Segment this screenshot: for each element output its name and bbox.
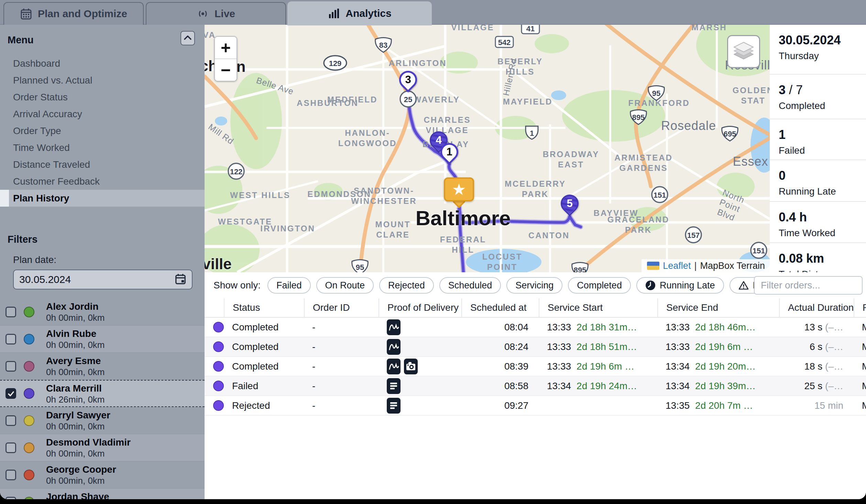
driver-color-dot	[24, 497, 34, 500]
tab-analytics[interactable]: Analytics	[287, 1, 432, 25]
tab-live[interactable]: Live	[146, 2, 286, 25]
filter-chip-failed[interactable]: Failed	[267, 277, 311, 294]
clock-icon	[645, 280, 656, 291]
sidebar-item-arrival-accuracy[interactable]: Arrival Accuracy	[0, 106, 205, 122]
sidebar-item-order-status[interactable]: Order Status	[0, 89, 205, 106]
driver-row[interactable]: Darryl Sawyer0h 00min, 0km	[0, 407, 205, 434]
checkbox-unchecked[interactable]	[6, 415, 16, 426]
order-row[interactable]: Rejected-09:2713:352d 20h 7m …15 minM	[205, 396, 866, 416]
map-layers-button[interactable]	[727, 35, 760, 68]
status-dot	[213, 381, 224, 391]
stop-marker-3[interactable]: 3	[398, 70, 418, 93]
stat-card: 0.4 hTime Worked	[770, 202, 866, 243]
scheduled-at-cell: 08:58	[461, 381, 539, 392]
actual-duration-cell: 15 min	[779, 400, 854, 411]
stop-marker-5[interactable]: 5	[560, 194, 580, 217]
checkbox-unchecked[interactable]	[6, 307, 16, 317]
order-row[interactable]: Completed-08:2413:332d 18h 51m…13:332d 1…	[205, 337, 866, 357]
service-end-cell: 13:342d 19h 39m…	[657, 381, 779, 392]
route-shield-83: 83	[374, 36, 393, 55]
sidebar-item-order-type[interactable]: Order Type	[0, 122, 205, 139]
filter-chip-scheduled[interactable]: Scheduled	[439, 277, 501, 294]
driver-info: Jordan Shaye0h 00min, 0km	[46, 491, 109, 499]
map[interactable]: + − Leaflet | MapBox Terrain VILLAGEMARS…	[205, 25, 770, 272]
filter-chip-on-route[interactable]: On Route	[316, 277, 374, 294]
driver-row[interactable]: Avery Esme0h 00min, 0km	[0, 353, 205, 380]
checkbox-unchecked[interactable]	[6, 361, 16, 372]
selected-item-marker	[0, 190, 9, 207]
calendar-icon	[175, 273, 186, 286]
stat-value-suffix: / 7	[786, 83, 803, 97]
sidebar-item-time-worked[interactable]: Time Worked	[0, 139, 205, 156]
filter-chip-running-late[interactable]: Running Late	[636, 277, 724, 294]
status-dot	[213, 322, 224, 332]
driver-row[interactable]: Alex Jordin0h 00min, 0km	[0, 298, 205, 326]
route-shield-151: 151	[651, 186, 669, 205]
scheduled-at-cell: 08:04	[461, 322, 539, 333]
relative-time: 2d 20h 7m …	[695, 400, 753, 411]
depot-marker[interactable]: ★	[444, 177, 474, 209]
chip-label: Servicing	[515, 280, 553, 291]
filters-title: Filters	[8, 234, 37, 245]
relative-time: 2d 19h 6m …	[577, 361, 634, 372]
stat-value: 0.08 km	[779, 251, 866, 266]
chip-label: Rejected	[388, 280, 425, 291]
leaflet-link[interactable]: Leaflet	[663, 261, 691, 271]
route-shield-25: 25	[399, 90, 417, 109]
scheduled-at-cell: 08:39	[461, 361, 539, 372]
tab-label: Live	[215, 8, 235, 20]
signature-icon	[387, 319, 401, 335]
filter-orders-input[interactable]	[754, 276, 863, 295]
order-row[interactable]: Completed-08:3913:332d 19h 6m …13:342d 1…	[205, 357, 866, 376]
checkbox-checked[interactable]	[6, 388, 16, 399]
checkbox-unchecked[interactable]	[6, 442, 16, 453]
tab-plan-and-optimize[interactable]: Plan and Optimize	[3, 2, 144, 25]
duration-extra: (–…	[822, 361, 843, 372]
attribution-provider: MapBox Terrain	[700, 261, 765, 271]
stop-number: 3	[398, 70, 418, 89]
column-header: Service End	[657, 298, 779, 317]
driver-row[interactable]: Jordan Shaye0h 00min, 0km	[0, 489, 205, 499]
filter-chip-servicing[interactable]: Servicing	[506, 277, 562, 294]
stat-label: Thursday	[779, 51, 866, 62]
stop-number: 1	[439, 142, 459, 162]
menu-items: DashboardPlanned vs. ActualOrder StatusA…	[0, 55, 205, 207]
checkbox-unchecked[interactable]	[6, 497, 16, 500]
note-icon	[387, 378, 401, 394]
stat-card: 0.08 kmTotal Distance	[770, 243, 866, 275]
driver-row[interactable]: George Cooper0h 00min, 0km	[0, 461, 205, 489]
driver-row[interactable]: Clara Merrill0h 26min, 0km	[0, 380, 205, 407]
order-row[interactable]: Failed-08:5813:342d 19h 24m…13:342d 19h …	[205, 376, 866, 396]
driver-row[interactable]: Desmond Vladimir0h 00min, 0km	[0, 434, 205, 461]
plan-date-input[interactable]: 30.05.2024	[13, 270, 193, 289]
checkbox-unchecked[interactable]	[6, 470, 16, 480]
route-shield-895: 895	[629, 108, 648, 127]
filter-chip-rejected[interactable]: Rejected	[379, 277, 434, 294]
tab-bar: Plan and Optimize Live Analytics	[0, 0, 866, 25]
driver-stats: 0h 00min, 0km	[46, 448, 131, 459]
driver-name: Jordan Shaye	[46, 491, 109, 499]
zoom-in-button[interactable]: +	[215, 37, 237, 58]
driver-row[interactable]: Alvin Rube0h 00min, 0km	[0, 326, 205, 353]
stop-marker-1[interactable]: 1	[439, 142, 459, 165]
order-row[interactable]: Completed-08:0413:332d 18h 31m…13:332d 1…	[205, 318, 866, 337]
sidebar-item-distance-traveled[interactable]: Distance Traveled	[0, 156, 205, 173]
zoom-out-button[interactable]: −	[215, 59, 237, 81]
route-shield-895: 895	[571, 261, 589, 272]
driver-name: Clara Merrill	[46, 383, 105, 394]
filter-chip-completed[interactable]: Completed	[568, 277, 631, 294]
camera-icon	[404, 359, 418, 374]
service-end-cell: 13:342d 19h 20m…	[657, 361, 779, 372]
status-cell: Completed	[224, 341, 304, 352]
sidebar-item-customer-feedback[interactable]: Customer Feedback	[0, 173, 205, 190]
stat-card: 30.05.2024Thursday	[770, 25, 866, 75]
sidebar-item-dashboard[interactable]: Dashboard	[0, 55, 205, 72]
column-header: Status	[224, 298, 304, 317]
sidebar-item-planned-vs-actual[interactable]: Planned vs. Actual	[0, 72, 205, 89]
menu-collapse-button[interactable]	[180, 31, 195, 45]
route-shield-95: 95	[351, 258, 369, 272]
shield-number: 695	[721, 125, 739, 143]
shield-number: 157	[684, 226, 702, 245]
sidebar-item-plan-history[interactable]: Plan History	[0, 190, 205, 207]
checkbox-unchecked[interactable]	[6, 334, 16, 344]
